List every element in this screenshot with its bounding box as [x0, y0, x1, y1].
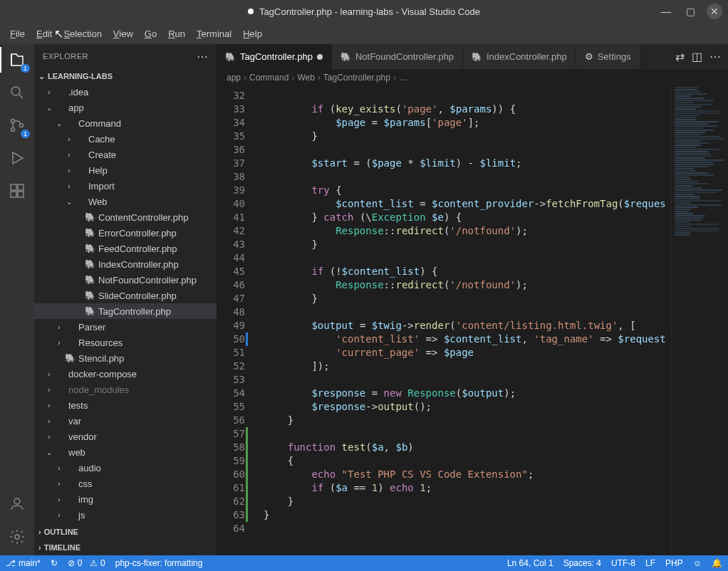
breadcrumb-item[interactable]: Command: [249, 73, 288, 83]
encoding-status[interactable]: UTF-8: [611, 558, 635, 568]
code-line[interactable]: $output = $twig->render('content/listing…: [264, 319, 671, 332]
maximize-button[interactable]: ▢: [682, 4, 698, 19]
code-line[interactable]: }: [264, 508, 671, 522]
breadcrumb-item[interactable]: …: [399, 73, 407, 83]
menu-view[interactable]: View: [108, 28, 139, 39]
code-line[interactable]: $start = ($page * $limit) - $limit;: [264, 157, 671, 170]
code-line[interactable]: if ($a == 1) echo 1;: [264, 481, 671, 495]
folder-parser[interactable]: ›Parser: [34, 319, 217, 335]
feedback-icon[interactable]: ☺: [693, 558, 702, 568]
breadcrumbs[interactable]: app›Command›Web›TagController.php›…: [217, 69, 728, 86]
code-line[interactable]: $content_list = $content_provider->fetch…: [264, 197, 671, 211]
code-line[interactable]: $response->output();: [264, 400, 671, 414]
code-line[interactable]: [264, 143, 671, 157]
folder-audio[interactable]: ›audio: [34, 460, 217, 476]
close-button[interactable]: ✕: [707, 4, 722, 19]
folder-docker-compose[interactable]: ›docker-compose: [34, 366, 217, 382]
tab-settings[interactable]: ⚙Settings: [576, 44, 640, 69]
code-line[interactable]: ]);: [264, 360, 671, 373]
menu-run[interactable]: Run: [162, 28, 191, 39]
code-line[interactable]: $response = new Response($output);: [264, 387, 671, 400]
file-tagcontroller.php[interactable]: 🐘TagController.php: [34, 303, 217, 319]
timeline-section[interactable]: › TIMELINE: [34, 540, 217, 555]
compare-icon[interactable]: ⇄: [675, 50, 685, 63]
code-line[interactable]: }: [264, 495, 671, 508]
language-status[interactable]: PHP: [665, 558, 683, 568]
folder-var[interactable]: ›var: [34, 413, 217, 429]
search-icon[interactable]: [7, 83, 27, 103]
accounts-icon[interactable]: [7, 494, 27, 514]
cursor-position[interactable]: Ln 64, Col 1: [507, 558, 553, 568]
code-line[interactable]: Response::redirect('/notfound');: [264, 224, 671, 238]
breadcrumb-item[interactable]: TagController.php: [323, 73, 390, 83]
notifications-icon[interactable]: 🔔: [712, 558, 722, 568]
folder-app[interactable]: ⌄app: [34, 100, 217, 115]
branch-status[interactable]: ⎇ main*: [6, 558, 41, 568]
outline-section[interactable]: › OUTLINE: [34, 524, 217, 540]
code-line[interactable]: if (!$content_list) {: [264, 265, 671, 278]
code-content[interactable]: if (key_exists('page', $params)) { $page…: [255, 86, 671, 555]
menu-selection[interactable]: Selection: [58, 28, 107, 39]
more-actions-icon[interactable]: ⋯: [709, 50, 721, 63]
folder-import[interactable]: ›Import: [34, 178, 217, 194]
code-line[interactable]: [264, 170, 671, 184]
tab-notfoundcontroller-php[interactable]: 🐘NotFoundController.php: [332, 44, 463, 69]
eol-status[interactable]: LF: [645, 558, 655, 568]
folder-tests[interactable]: ›tests: [34, 397, 217, 413]
folder-resources[interactable]: ›Resources: [34, 335, 217, 350]
source-control-icon[interactable]: 1: [7, 115, 27, 135]
file-notfoundcontroller.php[interactable]: 🐘NotFoundController.php: [34, 272, 217, 288]
minimap[interactable]: [671, 86, 728, 555]
explorer-more-icon[interactable]: ⋯: [197, 50, 209, 63]
folder-vendor[interactable]: ›vendor: [34, 429, 217, 444]
folder-node_modules[interactable]: ›node_modules: [34, 382, 217, 397]
code-line[interactable]: if (key_exists('page', $params)) {: [264, 103, 671, 116]
folder-img[interactable]: ›img: [34, 491, 217, 507]
file-slidecontroller.php[interactable]: 🐘SlideController.php: [34, 288, 217, 303]
problems-status[interactable]: ⊘ 0 ⚠ 0: [68, 558, 105, 568]
project-section[interactable]: ⌄ LEARNING-LABS: [34, 68, 217, 84]
code-line[interactable]: Response::redirect('/notfound');: [264, 278, 671, 292]
code-line[interactable]: }: [264, 130, 671, 143]
formatter-status[interactable]: php-cs-fixer: formatting: [115, 558, 203, 568]
code-line[interactable]: }: [264, 238, 671, 251]
code-line[interactable]: }: [264, 292, 671, 305]
menu-file[interactable]: File: [4, 28, 31, 39]
menu-help[interactable]: Help: [237, 28, 268, 39]
extensions-icon[interactable]: [7, 181, 27, 201]
file-errorcontroller.php[interactable]: 🐘ErrorController.php: [34, 225, 217, 241]
code-line[interactable]: [264, 373, 671, 387]
code-line[interactable]: function test($a, $b): [264, 441, 671, 454]
split-editor-icon[interactable]: ◫: [692, 50, 702, 63]
run-debug-icon[interactable]: [7, 148, 27, 168]
folder-create[interactable]: ›Create: [34, 147, 217, 162]
code-editor[interactable]: 3233343536373839404142434445464748495051…: [217, 86, 728, 555]
breadcrumb-item[interactable]: app: [227, 73, 241, 83]
menu-edit[interactable]: Edit: [31, 28, 58, 39]
menu-terminal[interactable]: Terminal: [191, 28, 237, 39]
folder-web[interactable]: ⌄web: [34, 444, 217, 460]
code-line[interactable]: } catch (\Exception $e) {: [264, 211, 671, 224]
menu-go[interactable]: Go: [139, 28, 162, 39]
minimize-button[interactable]: —: [658, 4, 674, 19]
settings-gear-icon[interactable]: [7, 527, 27, 547]
code-line[interactable]: [264, 427, 671, 441]
code-line[interactable]: 'current_page' => $page: [264, 346, 671, 360]
code-line[interactable]: [264, 89, 671, 103]
code-line[interactable]: try {: [264, 184, 671, 197]
file-contentcontroller.php[interactable]: 🐘ContentController.php: [34, 209, 217, 225]
code-line[interactable]: [264, 251, 671, 265]
file-feedcontroller.php[interactable]: 🐘FeedController.php: [34, 241, 217, 256]
sync-status[interactable]: ↻: [51, 558, 58, 568]
code-line[interactable]: [264, 305, 671, 319]
code-line[interactable]: echo "Test PHP CS VS Code Extension";: [264, 468, 671, 481]
folder-web[interactable]: ⌄Web: [34, 194, 217, 209]
indentation-status[interactable]: Spaces: 4: [563, 558, 601, 568]
code-line[interactable]: {: [264, 454, 671, 468]
folder-help[interactable]: ›Help: [34, 162, 217, 178]
tab-indexcontroller-php[interactable]: 🐘IndexController.php: [463, 44, 576, 69]
code-line[interactable]: $page = $params['page'];: [264, 116, 671, 130]
folder-css[interactable]: ›css: [34, 476, 217, 491]
folder-command[interactable]: ⌄Command: [34, 115, 217, 131]
file-stencil.php[interactable]: 🐘Stencil.php: [34, 350, 217, 366]
